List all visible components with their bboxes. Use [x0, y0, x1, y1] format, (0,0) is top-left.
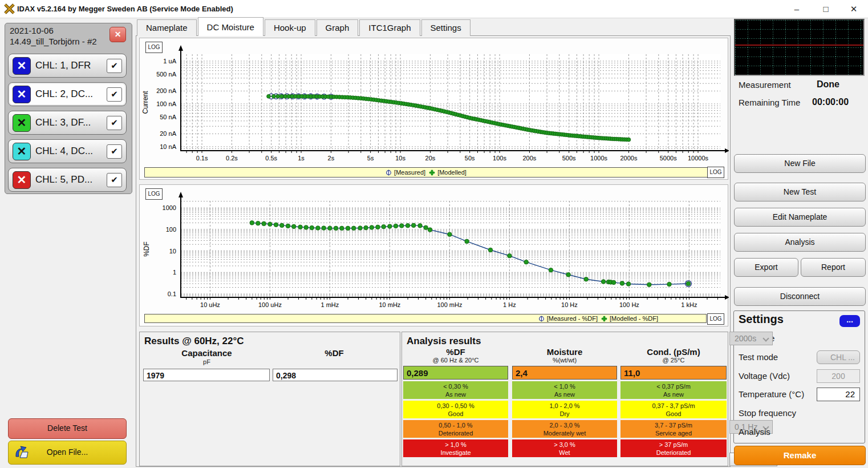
- new-file-button[interactable]: New File: [734, 154, 866, 173]
- channel-4-checkbox[interactable]: ✔: [107, 144, 122, 159]
- rating-cell: 0,30 - 0,50 %Good: [403, 401, 508, 418]
- current-vs-time-chart: 0.1s0.2s0.5s1s2s5s10s20s50s100s200s500s1…: [140, 38, 729, 165]
- disconnect-button[interactable]: Disconnect: [734, 287, 866, 306]
- tab-dc-moisture[interactable]: DC Moisture: [198, 17, 263, 36]
- analysis-button[interactable]: Analysis: [734, 233, 866, 252]
- remake-button[interactable]: Remake: [734, 446, 866, 465]
- measured-marker-icon: [386, 170, 392, 176]
- export-button[interactable]: Export: [734, 258, 798, 277]
- delete-test-button[interactable]: Delete Test: [8, 418, 127, 439]
- y-tick-label: 1 uA: [163, 58, 176, 64]
- analysis-results-panel: Analysis results %DF @ 60 Hz & 20°C 0,28…: [401, 332, 728, 466]
- chart2-legend[interactable]: [Measured - %DF] [Modelled - %DF]: [144, 314, 707, 323]
- rating-range: 2,0 - 3,0 %: [512, 421, 617, 429]
- tab-hook-up[interactable]: Hook-up: [265, 19, 315, 36]
- measurement-status: Done: [817, 79, 839, 90]
- chevron-down-icon: [762, 335, 769, 341]
- legend-modelled-label: [Modelled]: [437, 169, 467, 176]
- channel-item-5[interactable]: ✕ CHL: 5, PD... ✔: [8, 168, 127, 192]
- channel-item-3[interactable]: ✕ CHL: 3, DF... ✔: [8, 111, 127, 135]
- open-file-button[interactable]: Open File...: [8, 441, 127, 465]
- close-icon[interactable]: ✕: [841, 0, 867, 18]
- new-test-button[interactable]: New Test: [734, 183, 866, 201]
- rating-label: Dry: [512, 410, 617, 418]
- analysis-column-conductivity: Cond. (pS/m) @ 25°C 11,0 < 0,37 pS/mAs n…: [620, 347, 727, 457]
- rating-label: Deteriorated: [620, 449, 727, 457]
- rating-cell: > 3,0 %Wet: [512, 439, 617, 457]
- capacitance-unit: pF: [145, 358, 268, 365]
- tab-nameplate[interactable]: Nameplate: [137, 19, 197, 36]
- rating-cell: 3,7 - 37 pS/mService aged: [620, 420, 727, 438]
- measured-marker-icon: [538, 316, 545, 322]
- edit-nameplate-button[interactable]: Edit Nameplate: [734, 208, 866, 227]
- rating-range: < 1,0 %: [512, 382, 617, 390]
- modelled-marker-icon: [601, 316, 607, 322]
- stop-time-select[interactable]: 2000s: [729, 332, 773, 345]
- rating-cell: > 37 pS/mDeteriorated: [620, 439, 727, 457]
- settings-menu-button[interactable]: ...: [839, 315, 860, 327]
- monitor-grid: [735, 20, 863, 75]
- y-tick-label: 1000: [163, 204, 176, 211]
- rating-range: 0,37 - 3,7 pS/m: [620, 402, 727, 410]
- rating-range: < 0,37 pS/m: [620, 382, 727, 390]
- title-bar: IDAX v5.2.164 by Megger Sweden AB (Servi…: [0, 0, 868, 18]
- y-axis-label: %DF: [143, 241, 151, 257]
- voltage-field[interactable]: 200: [817, 369, 860, 383]
- rating-range: > 3,0 %: [512, 441, 617, 449]
- channel-1-checkbox[interactable]: ✔: [107, 59, 122, 73]
- channel-5-checkbox[interactable]: ✔: [107, 173, 122, 187]
- x-tick-label: 0.1s: [196, 155, 208, 162]
- current-chart-panel: LOG 0.1s0.2s0.5s1s2s5s10s20s50s100s200s5…: [139, 38, 728, 180]
- x-tick-label: 10 Hz: [561, 301, 578, 308]
- chart2-legend-log-button[interactable]: LOG: [707, 313, 724, 325]
- temperature-field[interactable]: 22: [817, 388, 860, 401]
- x-tick-label: 5000s: [660, 155, 677, 162]
- rating-label: Good: [403, 410, 508, 418]
- rating-range: < 0,30 %: [403, 382, 508, 390]
- channel-item-1[interactable]: ✕ CHL: 1, DFR ✔: [8, 54, 127, 78]
- test-mode-label: Test mode: [739, 352, 778, 362]
- x-tick-label: 100s: [493, 155, 506, 162]
- test-mode-button[interactable]: CHL ...: [817, 350, 860, 364]
- channel-item-4[interactable]: ✕ CHL: 4, DC... ✔: [8, 139, 127, 163]
- channel-2-checkbox[interactable]: ✔: [107, 87, 122, 102]
- x-tick-label: 1000s: [590, 155, 607, 162]
- rating-label: As new: [620, 390, 727, 398]
- rating-label: Moderately wet: [512, 429, 617, 437]
- channel-label: CHL: 2, DC...: [35, 83, 93, 106]
- tab-graph[interactable]: Graph: [317, 19, 359, 36]
- df-vs-frequency-chart: 10 uHz100 uHz1 mHz10 mHz100 mHz1 Hz10 Hz…: [140, 185, 729, 312]
- stop-frequency-label: Stop frequency: [739, 408, 796, 418]
- maximize-icon[interactable]: □: [813, 0, 839, 18]
- voltage-label: Voltage (Vdc): [739, 371, 790, 381]
- channel-item-2[interactable]: ✕ CHL: 2, DC... ✔: [8, 82, 127, 106]
- rating-cell: 0,37 - 3,7 pS/mGood: [620, 401, 727, 418]
- channel-label: CHL: 3, DF...: [35, 111, 91, 134]
- stop-time-value: 2000s: [735, 334, 756, 343]
- file-date: 2021-10-06: [10, 26, 54, 35]
- settings-title: Settings: [739, 313, 784, 326]
- x-tick-label: 0.5s: [265, 155, 277, 162]
- capacitance-header: Capacitance: [145, 348, 268, 358]
- minimize-icon[interactable]: –: [784, 0, 810, 18]
- y-tick-label: 100: [166, 226, 176, 233]
- rating-label: Deteriorated: [403, 429, 508, 437]
- report-button[interactable]: Report: [801, 258, 866, 277]
- y-tick-label: 10 nA: [160, 143, 176, 150]
- chart1-legend-log-button[interactable]: LOG: [707, 167, 724, 178]
- x-tick-label: 1 kHz: [681, 301, 697, 308]
- conductivity-analysis-value: 11,0: [620, 366, 727, 380]
- tab-itc1graph[interactable]: ITC1Graph: [359, 19, 420, 36]
- x-tick-label: 500s: [562, 155, 576, 162]
- x-tick-label: 10s: [395, 155, 405, 162]
- results-panel: Results @ 60Hz, 22°C Capacitance pF %DF …: [139, 332, 400, 466]
- file-close-button[interactable]: ✕: [109, 27, 126, 42]
- channel-3-checkbox[interactable]: ✔: [107, 116, 122, 130]
- tab-settings[interactable]: Settings: [421, 19, 470, 36]
- rating-label: Service aged: [620, 429, 727, 437]
- chart1-legend[interactable]: [Measured] [Modelled]: [144, 167, 708, 177]
- rating-label: As new: [403, 390, 508, 398]
- live-monitor-display: [734, 19, 865, 76]
- results-title: Results @ 60Hz, 22°C: [144, 336, 244, 347]
- tab-bar: Nameplate DC Moisture Hook-up Graph ITC1…: [137, 19, 472, 36]
